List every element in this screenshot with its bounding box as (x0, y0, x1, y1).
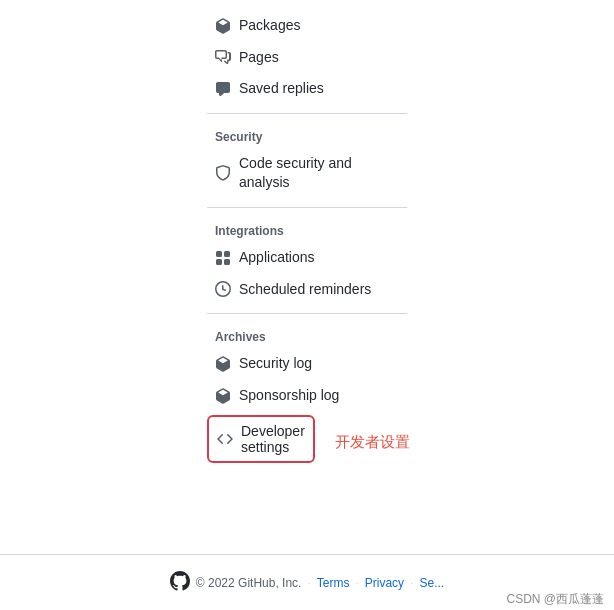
security-log-label: Security log (239, 354, 312, 374)
shield-icon (215, 165, 231, 181)
footer-privacy-link[interactable]: Privacy (365, 576, 404, 590)
main-content: Packages Pages Saved replies (0, 0, 614, 554)
footer-copyright: © 2022 GitHub, Inc. (196, 576, 302, 590)
sponsorship-log-icon (215, 388, 231, 404)
applications-label: Applications (239, 248, 315, 268)
developer-settings-annotation: 开发者设置 (335, 433, 410, 452)
nav-item-scheduled-reminders[interactable]: Scheduled reminders (207, 274, 407, 306)
nav-item-pages[interactable]: Pages (207, 42, 407, 74)
nav-item-code-security[interactable]: Code security and analysis (207, 148, 407, 199)
nav-item-saved-replies[interactable]: Saved replies (207, 73, 407, 105)
saved-replies-icon (215, 81, 231, 97)
footer-separator-1: · (307, 576, 310, 590)
sponsorship-log-label: Sponsorship log (239, 386, 339, 406)
nav-item-security-log[interactable]: Security log (207, 348, 407, 380)
footer-separator-3: · (410, 576, 413, 590)
code-security-label: Code security and analysis (239, 154, 399, 193)
developer-settings-label: Developer settings (241, 423, 305, 455)
scheduled-reminders-label: Scheduled reminders (239, 280, 371, 300)
pages-icon (215, 49, 231, 65)
github-logo-icon (170, 571, 190, 594)
log-icon (215, 356, 231, 372)
nav-item-developer-settings[interactable]: Developer settings (207, 415, 315, 463)
footer-terms-link[interactable]: Terms (317, 576, 350, 590)
integrations-section-label: Integrations (207, 216, 407, 242)
footer-security-link[interactable]: Se... (419, 576, 444, 590)
saved-replies-label: Saved replies (239, 79, 324, 99)
pages-label: Pages (239, 48, 279, 68)
archives-section-label: Archives (207, 322, 407, 348)
packages-label: Packages (239, 16, 300, 36)
code-icon (217, 431, 233, 447)
divider-2 (207, 207, 407, 208)
security-section-label: Security (207, 122, 407, 148)
clock-icon (215, 281, 231, 297)
divider-3 (207, 313, 407, 314)
apps-icon (215, 250, 231, 266)
package-icon (215, 18, 231, 34)
csdn-watermark: CSDN @西瓜蓬蓬 (506, 591, 604, 608)
nav-item-packages[interactable]: Packages (207, 10, 407, 42)
footer-separator-2: · (355, 576, 358, 590)
sidebar: Packages Pages Saved replies (197, 10, 417, 554)
nav-item-sponsorship-log[interactable]: Sponsorship log (207, 380, 407, 412)
divider-1 (207, 113, 407, 114)
page-container: Packages Pages Saved replies (0, 0, 614, 610)
developer-settings-row: Developer settings 开发者设置 (207, 411, 407, 463)
nav-item-applications[interactable]: Applications (207, 242, 407, 274)
